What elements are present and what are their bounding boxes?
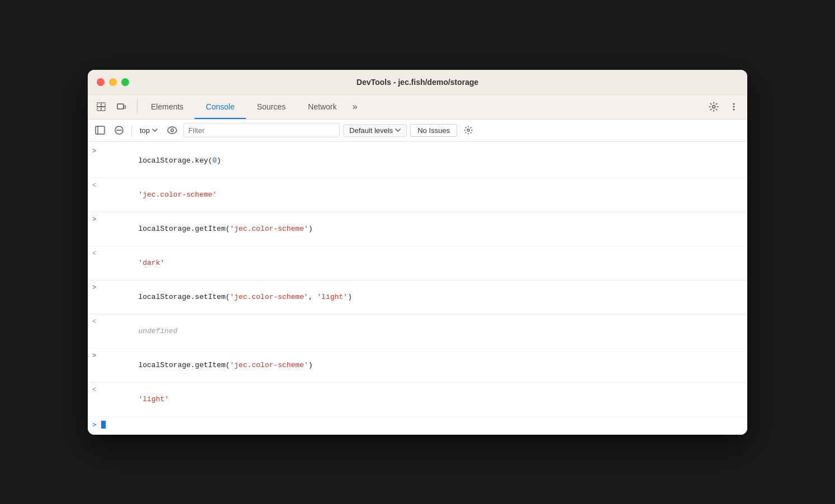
tab-divider (137, 100, 137, 113)
output-arrow-2: < (92, 180, 103, 191)
more-tabs-button[interactable]: » (348, 95, 362, 119)
console-line-4: < 'dark' (88, 246, 747, 280)
console-line-6: < undefined (88, 315, 747, 349)
console-content-4: 'dark' (103, 248, 741, 278)
svg-point-16 (467, 129, 469, 131)
text-cursor (101, 421, 106, 429)
tab-icons (92, 98, 130, 116)
console-toolbar: top Default levels No Issues (88, 120, 747, 142)
more-options-icon[interactable] (725, 98, 743, 116)
toolbar-divider-1 (131, 125, 132, 136)
svg-point-15 (171, 129, 174, 132)
log-levels-button[interactable]: Default levels (343, 124, 407, 137)
svg-rect-1 (101, 107, 105, 111)
tabs-container: Elements Console Sources Network » (140, 95, 362, 119)
inspect-element-icon[interactable] (92, 98, 110, 116)
console-settings-button[interactable] (461, 122, 476, 138)
window-controls (97, 78, 129, 86)
console-content-7: localStorage.getItem('jec.color-scheme') (103, 350, 741, 381)
console-line-8: < 'light' (88, 383, 747, 417)
output-arrow-8: < (92, 384, 103, 395)
tab-console[interactable]: Console (194, 95, 245, 119)
console-content-2: 'jec.color-scheme' (103, 180, 741, 210)
output-arrow-6: < (92, 316, 103, 327)
window-title: DevTools - jec.fish/demo/storage (357, 78, 478, 87)
console-content-1: localStorage.key(0) (103, 146, 741, 176)
svg-rect-0 (97, 103, 101, 107)
no-issues-button[interactable]: No Issues (410, 124, 457, 137)
tab-elements[interactable]: Elements (140, 95, 194, 119)
filter-input[interactable] (183, 123, 340, 137)
settings-icon[interactable] (705, 98, 723, 116)
console-line-5: > localStorage.setItem('jec.color-scheme… (88, 280, 747, 315)
svg-rect-4 (117, 104, 124, 109)
svg-rect-10 (96, 126, 105, 134)
svg-point-7 (733, 103, 735, 105)
input-arrow-1: > (92, 146, 103, 156)
maximize-button[interactable] (121, 78, 129, 86)
svg-point-6 (713, 106, 715, 108)
input-arrow-7: > (92, 350, 103, 361)
output-arrow-4: < (92, 248, 103, 259)
input-arrow-5: > (92, 282, 103, 293)
console-cursor-line[interactable]: > (88, 417, 747, 432)
input-arrow-3: > (92, 214, 103, 225)
sidebar-toggle-button[interactable] (92, 122, 108, 138)
console-line-1: > localStorage.key(0) (88, 144, 747, 178)
svg-rect-3 (101, 103, 105, 107)
svg-rect-2 (97, 107, 101, 111)
context-label: top (140, 126, 150, 135)
levels-label: Default levels (349, 126, 393, 135)
tab-sources[interactable]: Sources (246, 95, 297, 119)
console-output: > localStorage.key(0) < 'jec.color-schem… (88, 142, 747, 435)
svg-point-14 (168, 127, 177, 134)
console-content-3: localStorage.getItem('jec.color-scheme') (103, 214, 741, 244)
tab-bar: Elements Console Sources Network » (88, 95, 747, 120)
console-content-5: localStorage.setItem('jec.color-scheme',… (103, 282, 741, 312)
console-content-8: 'light' (103, 384, 741, 415)
minimize-button[interactable] (109, 78, 117, 86)
device-toolbar-icon[interactable] (112, 98, 130, 116)
cursor-arrow: > (92, 420, 97, 429)
eye-filter-button[interactable] (164, 122, 180, 138)
tab-network[interactable]: Network (297, 95, 348, 119)
console-line-7: > localStorage.getItem('jec.color-scheme… (88, 349, 747, 383)
svg-point-8 (733, 106, 735, 108)
svg-point-9 (733, 109, 735, 111)
tab-bar-right (705, 98, 743, 116)
devtools-window: DevTools - jec.fish/demo/storage E (88, 70, 747, 435)
title-bar: DevTools - jec.fish/demo/storage (88, 70, 747, 95)
clear-console-button[interactable] (111, 122, 127, 138)
console-line-3: > localStorage.getItem('jec.color-scheme… (88, 212, 747, 246)
context-selector[interactable]: top (136, 125, 161, 136)
console-content-6: undefined (103, 316, 741, 346)
svg-rect-5 (124, 106, 126, 108)
console-line-2: < 'jec.color-scheme' (88, 178, 747, 212)
close-button[interactable] (97, 78, 105, 86)
